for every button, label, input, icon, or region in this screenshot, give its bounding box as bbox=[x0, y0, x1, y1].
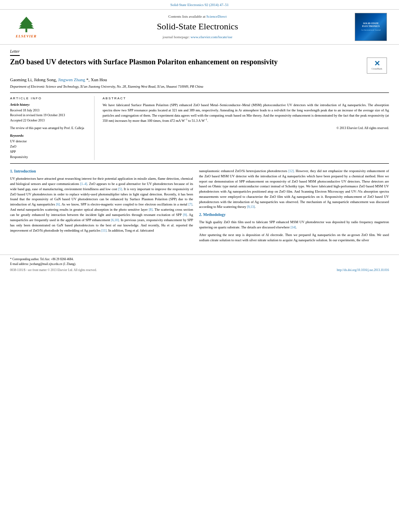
corresponding-author-note: * Corresponding author. Tel./fax: +86 29… bbox=[10, 257, 389, 262]
affiliation: Department of Electronic Science and Tec… bbox=[10, 84, 389, 89]
ref-12: [12] bbox=[288, 169, 294, 173]
crossmark-icon: ✕ bbox=[374, 60, 380, 67]
homepage-url[interactable]: www.elsevier.com/locate/sse bbox=[191, 35, 232, 39]
ref-5: [5] bbox=[118, 187, 122, 191]
authors-line: Gaoming Li, Jidong Song, Jingwen Zhang *… bbox=[10, 77, 389, 83]
history-received: Received 18 July 2013 bbox=[10, 108, 89, 113]
section1-para1: UV photodetectors have attracted great r… bbox=[10, 176, 193, 233]
body-two-col: 1. Introduction UV photodetectors have a… bbox=[10, 168, 389, 245]
history-accepted: Accepted 22 October 2013 bbox=[10, 118, 89, 123]
author-jidong: Jidong Song, bbox=[34, 77, 58, 82]
author-jingwen[interactable]: Jingwen Zhang bbox=[58, 77, 85, 82]
ref-1-4: [1–4] bbox=[80, 182, 87, 186]
section1-para2: nanoplasmonic enhanced ZnO/Si heterojunc… bbox=[199, 168, 389, 210]
ref-6-10: [6,10] bbox=[111, 218, 119, 222]
header-right: SOLID STATEELECTRONICS An International … bbox=[351, 13, 391, 41]
abstract-header: ABSTRACT bbox=[103, 96, 389, 101]
article-info-col: ARTICLE INFO Article history: Received 1… bbox=[10, 96, 95, 160]
journal-citation: Solid-State Electronics 92 (2014) 47–51 bbox=[171, 3, 229, 7]
two-col-section: ARTICLE INFO Article history: Received 1… bbox=[10, 92, 389, 164]
keyword-responsivity: Responsivity bbox=[10, 155, 89, 160]
sciencedirect-link[interactable]: ScienceDirect bbox=[206, 14, 226, 18]
page-wrapper: Solid-State Electronics 92 (2014) 47–51 … bbox=[0, 0, 399, 274]
elsevier-tree-icon bbox=[15, 15, 37, 33]
keywords-label: Keywords: bbox=[10, 134, 89, 138]
journal-cover-title: SOLID STATEELECTRONICS bbox=[362, 22, 380, 28]
keyword-uv-detector: UV detector bbox=[10, 139, 89, 144]
keyword-spp: SPP bbox=[10, 150, 89, 154]
ref-9: [9] bbox=[183, 213, 187, 217]
elsevier-logo: ELSEVIER bbox=[15, 15, 37, 39]
author-gaoming: Gaoming Li, bbox=[10, 77, 34, 82]
body-col-right: nanoplasmonic enhanced ZnO/Si heterojunc… bbox=[199, 168, 389, 245]
copyright-line: © 2013 Elsevier Ltd. All rights reserved… bbox=[103, 126, 389, 130]
abstract-col: ABSTRACT We have fabricated Surface Plas… bbox=[101, 96, 389, 160]
elsevier-text: ELSEVIER bbox=[16, 34, 37, 39]
crossmark-label: CrossMark bbox=[372, 67, 383, 70]
svg-rect-0 bbox=[25, 29, 27, 32]
review-note: The review of this paper was arranged by… bbox=[10, 126, 89, 130]
footer-bottom: 0038-1101/$ - see front matter © 2013 El… bbox=[10, 268, 389, 273]
homepage-line: journal homepage: www.elsevier.com/locat… bbox=[162, 35, 232, 40]
article-info-header: ARTICLE INFO bbox=[10, 96, 89, 101]
journal-cover-subtitle: An International Journal bbox=[361, 29, 381, 31]
ref-9-13: [9,13] bbox=[247, 205, 255, 209]
main-content: Letter ZnO based UV detectors with Surfa… bbox=[0, 45, 399, 251]
ref-6: [6] bbox=[56, 203, 60, 206]
journal-cover: SOLID STATEELECTRONICS An International … bbox=[355, 13, 387, 41]
crossmark-logo: ✕ CrossMark bbox=[365, 58, 389, 74]
letter-label: Letter bbox=[10, 49, 20, 56]
ref-8: [8] bbox=[149, 208, 152, 212]
page-footer: * Corresponding author. Tel./fax: +86 29… bbox=[0, 255, 399, 274]
abstract-text: We have fabricated Surface Plasmon Polar… bbox=[103, 103, 389, 123]
section2-para2: After sputtering the next step is deposi… bbox=[199, 232, 389, 243]
email-note: E-mail address: jwzhang@mail.xjtu.edu.cn… bbox=[10, 262, 389, 267]
section2-title: 2. Methodology bbox=[199, 212, 389, 218]
article-title: ZnO based UV detectors with Surface Plas… bbox=[10, 58, 357, 67]
header-section: ELSEVIER Contents lists available at Sci… bbox=[0, 10, 399, 45]
keyword-zno: ZnO bbox=[10, 144, 89, 149]
ref-7: [7] bbox=[189, 203, 192, 206]
ref-14: [14] bbox=[290, 226, 296, 229]
article-title-row: ZnO based UV detectors with Surface Plas… bbox=[10, 58, 389, 74]
doi-link[interactable]: http://dx.doi.org/10.1016/j.sse.2013.10.… bbox=[337, 268, 389, 273]
ref-11: [11] bbox=[101, 229, 107, 232]
body-col-left: 1. Introduction UV photodetectors have a… bbox=[10, 168, 193, 245]
contents-line: Contents lists available at ScienceDirec… bbox=[169, 14, 227, 19]
article-history-label: Article history: bbox=[10, 103, 89, 107]
section1-title: 1. Introduction bbox=[10, 168, 193, 174]
issn-text: 0038-1101/$ - see front matter © 2013 El… bbox=[10, 268, 97, 273]
crossmark-box: ✕ CrossMark bbox=[367, 58, 387, 74]
section2-para1: The high quality ZnO thin film used to f… bbox=[199, 220, 389, 230]
header-left: ELSEVIER bbox=[8, 13, 44, 41]
history-revised: Received in revised form 19 October 2013 bbox=[10, 113, 89, 117]
journal-title-header: Solid-State Electronics bbox=[157, 21, 238, 33]
header-center: Contents lists available at ScienceDirec… bbox=[44, 13, 351, 41]
journal-bar: Solid-State Electronics 92 (2014) 47–51 bbox=[0, 0, 399, 10]
